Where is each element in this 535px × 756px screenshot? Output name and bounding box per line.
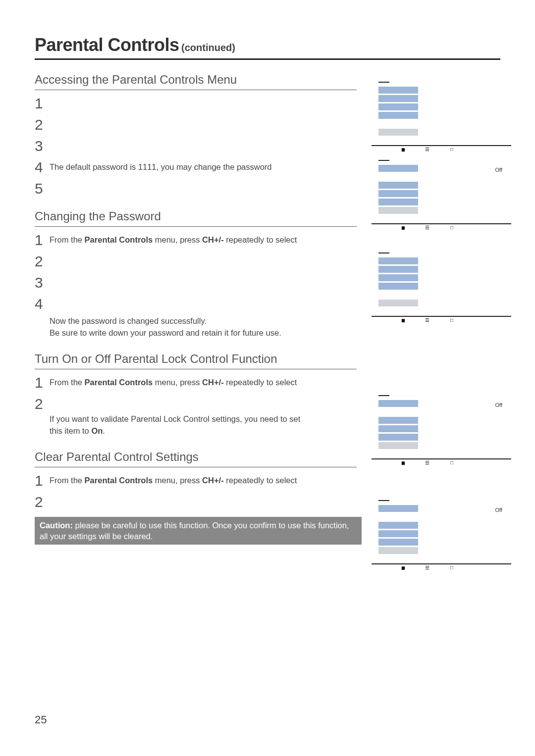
menu-item — [378, 442, 418, 449]
menu-item — [378, 300, 418, 306]
pause-icon — [401, 146, 404, 152]
section-rule — [35, 467, 357, 467]
text-run: From the — [50, 378, 85, 387]
bold-run: Parental Controls — [85, 476, 153, 485]
bold-run: CH+/- — [202, 235, 224, 244]
page-title: Parental Controls — [35, 35, 179, 55]
menu-top-tick — [378, 252, 389, 253]
menu-item-spacer — [378, 173, 418, 180]
menu-footer-icons — [401, 564, 453, 570]
menu-screenshot-3 — [372, 252, 511, 317]
step-number: 2 — [35, 116, 50, 133]
menu-box: Off — [372, 160, 511, 224]
stop-icon — [450, 146, 453, 152]
step: 3 — [35, 274, 367, 291]
menu-item — [378, 207, 418, 214]
step-text: From the Parental Controls menu, press C… — [50, 374, 297, 389]
menu-footer-icons — [401, 317, 453, 323]
menu-item — [378, 547, 418, 554]
menu-top-tick — [378, 395, 389, 396]
menu-item — [378, 266, 418, 273]
step-text: From the Parental Controls menu, press C… — [50, 232, 297, 246]
text-run: From the — [50, 476, 85, 485]
text-run: menu, press — [153, 378, 202, 387]
step: 1 — [35, 95, 367, 111]
menu-item — [378, 425, 418, 432]
menu-box: Off — [372, 500, 511, 564]
pause-icon — [401, 224, 404, 230]
step: 2 — [35, 396, 367, 412]
step: 2 — [35, 253, 367, 269]
menu-item — [378, 417, 418, 424]
menu-item — [378, 400, 418, 407]
pause-icon — [401, 317, 404, 323]
text-run: Be sure to write down your password and … — [50, 328, 281, 337]
menu-box — [372, 252, 511, 317]
stop-icon — [450, 564, 453, 570]
text-run: . — [103, 426, 105, 435]
menu-item — [378, 522, 418, 529]
text-run: repeatedly to select — [224, 476, 297, 485]
menu-item — [378, 165, 418, 172]
bold-run: On — [91, 426, 103, 435]
list-icon — [425, 146, 429, 152]
menu-item-spacer — [378, 291, 418, 298]
step: 1 From the Parental Controls menu, press… — [35, 374, 367, 391]
menu-item — [378, 87, 418, 94]
menu-footer-icons — [401, 146, 453, 152]
text-run: menu, press — [153, 476, 202, 485]
pause-icon — [401, 459, 404, 465]
step-number: 1 — [35, 232, 50, 248]
menu-off-label: Off — [495, 402, 502, 408]
step-number: 3 — [35, 138, 50, 154]
menu-item-list — [378, 165, 418, 215]
menu-screenshot-5: Off — [372, 500, 511, 564]
header-rule — [35, 58, 500, 60]
text-run: Now the password is changed successfully… — [50, 316, 207, 325]
left-column: Accessing the Parental Controls Menu 1 2… — [35, 73, 367, 545]
step-text: Now the password is changed successfully… — [50, 313, 281, 339]
menu-item-list — [378, 87, 418, 137]
menu-footer-icons — [401, 224, 453, 230]
step-text: The default password is 1111, you may ch… — [50, 159, 272, 173]
text-run: this item to — [50, 426, 91, 435]
menu-item — [378, 539, 418, 546]
step: 4 — [35, 296, 367, 312]
step: 2 — [35, 116, 367, 133]
section-heading-access: Accessing the Parental Controls Menu — [35, 73, 367, 87]
section-rule — [35, 226, 357, 227]
step-number: 4 — [35, 159, 50, 175]
menu-item-spacer — [378, 513, 418, 520]
menu-item — [378, 283, 418, 290]
menu-item — [378, 112, 418, 119]
step-number: 3 — [35, 274, 50, 291]
step: 3 — [35, 138, 367, 154]
menu-screenshot-1 — [372, 82, 511, 146]
step-number: 2 — [35, 494, 50, 510]
step: 1 From the Parental Controls menu, press… — [35, 232, 367, 248]
page-number: 25 — [35, 713, 47, 726]
menu-item — [378, 129, 418, 136]
menu-top-tick — [378, 160, 389, 161]
menu-screenshot-4: Off — [372, 395, 511, 459]
list-icon — [425, 317, 429, 323]
menu-item — [378, 505, 418, 512]
step-number: 1 — [35, 472, 50, 489]
step-number: 1 — [35, 95, 50, 111]
step-aftertext: Now the password is changed successfully… — [35, 313, 367, 339]
step-number: 4 — [35, 296, 50, 312]
bold-run: CH+/- — [202, 476, 224, 485]
menu-off-label: Off — [495, 167, 502, 173]
menu-item — [378, 199, 418, 205]
bold-run: Parental Controls — [85, 235, 153, 244]
bold-run: Parental Controls — [85, 378, 153, 387]
menu-item — [378, 434, 418, 441]
section-heading-onoff: Turn On or Off Parental Lock Control Fun… — [35, 352, 367, 366]
menu-screenshot-2: Off — [372, 160, 511, 224]
list-icon — [425, 564, 429, 570]
step-number: 2 — [35, 253, 50, 269]
menu-item — [378, 103, 418, 110]
menu-item-spacer — [378, 408, 418, 415]
step: 4 The default password is 1111, you may … — [35, 159, 367, 175]
step: 5 — [35, 180, 367, 197]
